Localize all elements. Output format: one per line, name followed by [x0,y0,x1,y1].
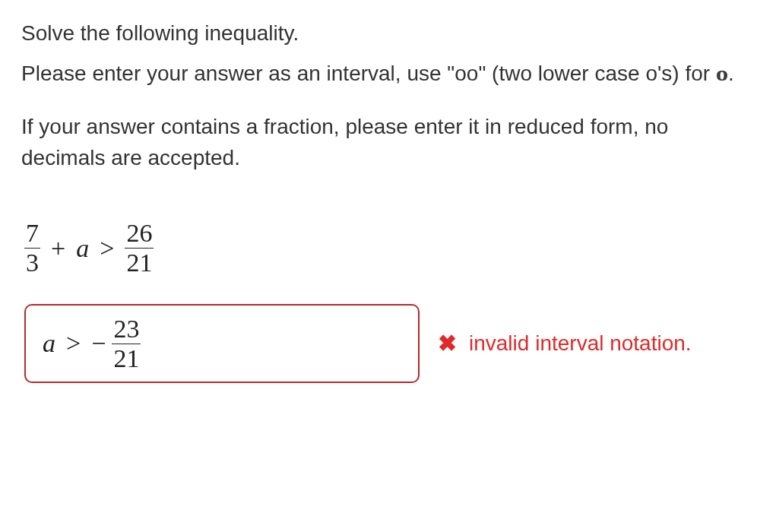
answer-input[interactable]: a > − 23 21 [24,304,420,383]
answer-variable: a [43,325,55,362]
lhs-fraction: 7 3 [24,219,40,277]
answer-fraction: 23 21 [112,315,141,372]
feedback-block: ✖ invalid interval notation. [438,327,692,360]
infinity-icon: oo [716,63,728,84]
rhs-numerator: 26 [125,219,154,247]
rhs-denominator: 21 [125,248,154,277]
lhs-denominator: 3 [24,248,40,277]
feedback-message: invalid interval notation. [469,328,692,359]
prompt-line-2: Please enter your answer as an interval,… [21,59,758,90]
answer-denominator: 21 [112,344,141,372]
prompt-line-3: If your answer contains a fraction, plea… [21,112,758,173]
greater-than-sign: > [100,230,114,267]
prompt-line-1: Solve the following inequality. [21,18,758,49]
answer-minus: − [91,325,106,362]
instruction-text-part-a: Please enter your answer as an interval,… [21,62,716,85]
answer-relation: > [66,325,81,362]
answer-numerator: 23 [112,315,141,343]
inequality-expression: 7 3 + a > 26 21 [21,219,758,277]
incorrect-icon: ✖ [438,327,457,360]
answer-content: a > − 23 21 [43,315,141,372]
rhs-fraction: 26 21 [125,219,154,277]
question-text-block: Solve the following inequality. Please e… [21,18,758,173]
plus-sign: + [51,230,65,267]
answer-row: a > − 23 21 ✖ invalid interval notation. [21,304,758,383]
variable-a-lhs: a [76,230,89,267]
instruction-text-part-b: . [728,62,734,85]
lhs-numerator: 7 [24,219,40,247]
